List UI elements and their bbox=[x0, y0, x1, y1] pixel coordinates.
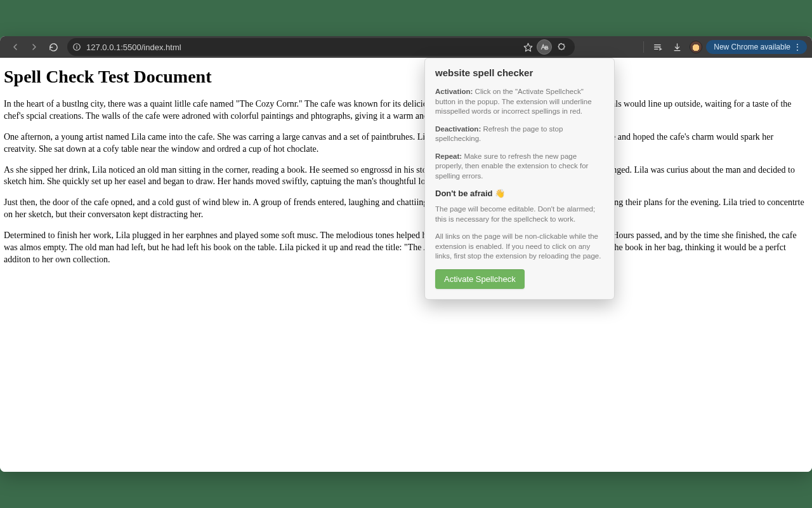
activation-section: Activation: Click on the "Activate Spell… bbox=[435, 87, 604, 117]
activate-spellcheck-button[interactable]: Activate Spellcheck bbox=[435, 269, 525, 289]
page-content: Spell Check Test Document In the heart o… bbox=[0, 58, 812, 472]
address-text: 127.0.0.1:5500/index.html bbox=[86, 43, 516, 52]
separator bbox=[643, 41, 644, 53]
svg-marker-3 bbox=[524, 43, 532, 51]
downloads-icon[interactable] bbox=[668, 38, 686, 56]
extension-subheading: Don't be afraid 👋 bbox=[435, 189, 604, 198]
paragraph: One afternon, a young artist named Lila … bbox=[4, 131, 808, 156]
nav-icons bbox=[4, 38, 65, 56]
extension-popup: website spell checker Activation: Click … bbox=[424, 58, 615, 300]
profile-avatar[interactable] bbox=[687, 38, 705, 56]
extension-title: website spell checker bbox=[435, 67, 604, 78]
deactivation-label: Deactivation: bbox=[435, 125, 481, 133]
address-right-icons bbox=[520, 39, 571, 55]
paragraph: Just then, the door of the cafe opned, a… bbox=[4, 197, 808, 221]
chrome-update-button[interactable]: New Chrome available ⋮ bbox=[706, 40, 807, 54]
media-controls-icon[interactable] bbox=[649, 38, 667, 56]
address-bar[interactable]: 127.0.0.1:5500/index.html bbox=[67, 38, 575, 56]
browser-toolbar: 127.0.0.1:5500/index.html bbox=[0, 36, 812, 58]
deactivation-section: Deactivation: Refresh the page to stop s… bbox=[435, 124, 604, 144]
back-button[interactable] bbox=[6, 38, 24, 56]
toolbar-right: New Chrome available ⋮ bbox=[577, 38, 808, 56]
extensions-puzzle-icon[interactable] bbox=[553, 39, 568, 55]
reload-button[interactable] bbox=[44, 38, 62, 56]
chrome-update-label: New Chrome available bbox=[714, 43, 790, 51]
activation-label: Activation: bbox=[435, 88, 473, 95]
site-info-icon[interactable] bbox=[71, 41, 82, 53]
paragraph: As she sipped her drink, Lila noticed an… bbox=[4, 164, 808, 189]
repeat-section: Repeat: Make sure to refresh the new pag… bbox=[435, 152, 604, 182]
browser-window: 127.0.0.1:5500/index.html bbox=[0, 36, 812, 472]
avatar-icon bbox=[690, 41, 702, 53]
forward-button[interactable] bbox=[25, 38, 43, 56]
repeat-label: Repeat: bbox=[435, 152, 462, 160]
note-editable: The page will become editable. Don't be … bbox=[435, 204, 604, 224]
paragraph: Determined to finish her work, Lila plug… bbox=[4, 230, 808, 266]
bookmark-star-icon[interactable] bbox=[520, 39, 535, 55]
menu-dots-icon: ⋮ bbox=[793, 43, 802, 51]
page-title: Spell Check Test Document bbox=[4, 67, 808, 87]
note-links: All links on the page will be non-clicka… bbox=[435, 232, 604, 262]
paragraph: In the heart of a bustlng city, there wa… bbox=[4, 98, 808, 123]
spellcheck-extension-icon[interactable] bbox=[537, 39, 552, 55]
